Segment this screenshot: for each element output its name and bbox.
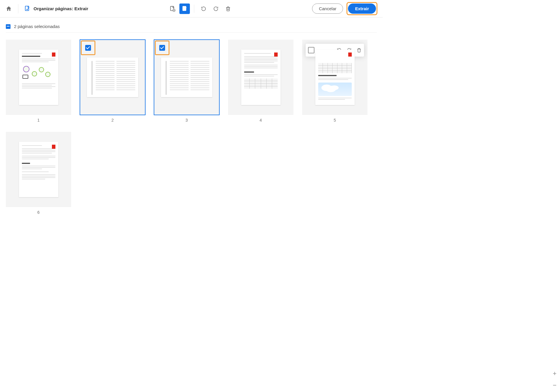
- trash-icon[interactable]: [356, 48, 362, 53]
- checkbox-highlight: [81, 41, 95, 55]
- page-thumb-5: 5: [302, 40, 368, 123]
- page-thumb-3: 3: [154, 40, 219, 123]
- page-thumbnail[interactable]: [154, 40, 219, 115]
- page-preview: [19, 50, 58, 105]
- extract-page-button[interactable]: [179, 4, 190, 14]
- rotate-ccw-icon: [201, 6, 206, 12]
- selection-count: 2 páginas selecionadas: [14, 24, 60, 29]
- page-thumb-6: 6: [6, 132, 71, 215]
- home-icon: [6, 6, 12, 12]
- rotate-cw-button[interactable]: [211, 4, 221, 14]
- divider: [194, 5, 194, 13]
- page-thumbnail[interactable]: [228, 40, 293, 115]
- divider: [18, 4, 18, 13]
- selection-summary: 2 páginas selecionadas: [0, 18, 383, 32]
- page-thumb-4: 4: [228, 40, 293, 123]
- extract-button[interactable]: Extrair: [348, 4, 376, 14]
- rotate-cw-icon: [213, 6, 219, 12]
- delete-button[interactable]: [223, 4, 233, 14]
- select-toggle[interactable]: [308, 47, 314, 53]
- trash-icon: [225, 6, 231, 12]
- organize-pages-icon: [24, 6, 31, 12]
- page-number: 1: [37, 118, 40, 123]
- extract-highlight: Extrair: [346, 2, 377, 15]
- insert-page-icon: [169, 6, 176, 12]
- page-thumb-2: 2: [80, 40, 145, 123]
- page-title: Organizar páginas: Extrair: [34, 6, 88, 11]
- page-thumb-1: 1: [6, 40, 71, 123]
- cancel-button[interactable]: Cancelar: [312, 4, 343, 14]
- center-toolbar: [167, 4, 233, 14]
- extract-page-icon: [181, 6, 188, 12]
- home-button[interactable]: [5, 5, 12, 12]
- page-thumbnail[interactable]: [6, 132, 71, 207]
- page-number: 4: [260, 118, 262, 123]
- page-thumbnail[interactable]: [6, 40, 71, 115]
- page-number: 2: [111, 118, 114, 123]
- checkbox-highlight: [155, 41, 169, 55]
- partial-select-icon[interactable]: [6, 24, 10, 29]
- page-preview: [87, 57, 138, 97]
- page-checkbox[interactable]: [159, 45, 165, 51]
- page-preview: [19, 142, 58, 197]
- page-checkbox[interactable]: [85, 45, 91, 51]
- page-thumbnail[interactable]: [80, 40, 145, 115]
- insert-page-button[interactable]: [167, 4, 178, 14]
- page-number: 3: [186, 118, 188, 123]
- page-grid: 1 2 3: [0, 33, 383, 222]
- page-number: 5: [334, 118, 336, 123]
- page-thumbnail[interactable]: [302, 40, 368, 115]
- page-preview: [161, 57, 212, 97]
- right-actions: Cancelar Extrair: [312, 2, 377, 15]
- top-bar: Organizar páginas: Extrair Cancelar Extr…: [0, 0, 383, 18]
- page-number: 6: [37, 210, 40, 215]
- page-preview: [315, 50, 355, 105]
- page-preview: [241, 50, 281, 105]
- rotate-ccw-button[interactable]: [198, 4, 209, 14]
